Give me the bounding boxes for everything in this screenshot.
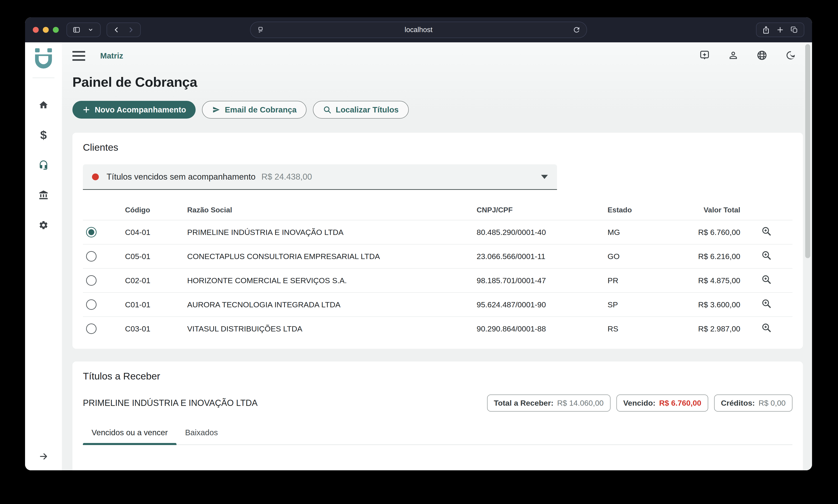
table-row[interactable]: C01-01 AURORA TECNOLOGIA INTEGRADA LTDA … bbox=[83, 292, 792, 317]
arrow-right-icon bbox=[38, 451, 49, 462]
globe-icon[interactable] bbox=[756, 50, 767, 62]
gear-icon bbox=[38, 220, 49, 230]
page-title: Painel de Cobrança bbox=[72, 74, 803, 90]
sidebar-item-home[interactable] bbox=[25, 90, 62, 120]
bank-icon bbox=[38, 190, 49, 200]
overdue-filter-select[interactable]: Títulos vencidos sem acompanhamento R$ 2… bbox=[83, 164, 557, 190]
receivables-header: PRIMELINE INDÚSTRIA E INOVAÇÃO LTDA Tota… bbox=[83, 395, 792, 412]
close-window-button[interactable] bbox=[33, 27, 39, 33]
find-titles-button[interactable]: Localizar Títulos bbox=[313, 101, 409, 119]
nav-buttons-group bbox=[107, 22, 141, 37]
feedback-sparkle-icon[interactable] bbox=[699, 50, 710, 62]
filter-amount: R$ 24.438,00 bbox=[262, 172, 312, 182]
home-icon bbox=[38, 100, 49, 110]
browser-chrome: localhost bbox=[25, 17, 812, 42]
sidebar-divider bbox=[33, 78, 54, 78]
row-radio[interactable] bbox=[86, 251, 96, 262]
headset-icon bbox=[38, 160, 49, 170]
reload-icon[interactable] bbox=[572, 25, 581, 34]
zoom-in-icon[interactable] bbox=[740, 226, 792, 238]
action-buttons: Novo Acompanhamento Email de Cobrança Lo… bbox=[72, 101, 803, 119]
header-cnpj: CNPJ/CPF bbox=[477, 206, 608, 214]
header-estado: Estado bbox=[608, 206, 696, 214]
table-row[interactable]: C02-01 HORIZONTE COMERCIAL E SERVIÇOS S.… bbox=[83, 268, 792, 292]
receivables-card: Títulos a Receber PRIMELINE INDÚSTRIA E … bbox=[72, 361, 803, 470]
app-topbar: Matriz bbox=[72, 42, 803, 69]
row-radio-selected[interactable] bbox=[86, 227, 96, 237]
clients-table: Código Razão Social CNPJ/CPF Estado Valo… bbox=[83, 200, 792, 341]
back-button[interactable] bbox=[112, 25, 121, 34]
new-tab-icon[interactable] bbox=[775, 25, 785, 34]
vertical-scrollbar[interactable] bbox=[805, 44, 810, 258]
dropdown-caret-icon bbox=[541, 175, 548, 179]
minimize-window-button[interactable] bbox=[43, 27, 49, 33]
chevron-down-icon[interactable] bbox=[86, 25, 95, 34]
tab-overview-icon[interactable] bbox=[790, 25, 799, 34]
main-content: Matriz Painel de Cobrança bbox=[62, 42, 812, 470]
user-icon[interactable] bbox=[728, 50, 739, 62]
dollar-icon: $ bbox=[40, 129, 47, 141]
header-razao-social: Razão Social bbox=[187, 206, 477, 214]
header-valor-total: Valor Total bbox=[696, 206, 740, 214]
search-icon bbox=[323, 105, 332, 114]
tab-vencidos-ou-a-vencer[interactable]: Vencidos ou a vencer bbox=[83, 422, 177, 444]
row-radio[interactable] bbox=[86, 275, 96, 286]
table-row[interactable]: C03-01 VITASUL DISTRIBUIÇÕES LTDA 90.290… bbox=[83, 317, 792, 341]
receivables-card-title: Títulos a Receber bbox=[83, 371, 792, 382]
red-status-dot bbox=[92, 174, 99, 180]
zoom-in-icon[interactable] bbox=[740, 323, 792, 335]
sidebar-toggle-group[interactable] bbox=[67, 22, 101, 37]
share-icon[interactable] bbox=[762, 25, 771, 34]
filter-label: Títulos vencidos sem acompanhamento bbox=[107, 172, 255, 182]
zoom-in-icon[interactable] bbox=[740, 274, 792, 287]
header-codigo: Código bbox=[125, 206, 187, 214]
selected-company-name: PRIMELINE INDÚSTRIA E INOVAÇÃO LTDA bbox=[83, 398, 257, 408]
sidebar-nav: $ bbox=[25, 90, 62, 240]
clients-card-title: Clientes bbox=[83, 142, 792, 153]
send-icon bbox=[212, 105, 221, 114]
branch-label[interactable]: Matriz bbox=[100, 51, 123, 60]
table-row[interactable]: C05-01 CONECTAPLUS CONSULTORIA EMPRESARI… bbox=[83, 244, 792, 268]
new-followup-button[interactable]: Novo Acompanhamento bbox=[72, 101, 196, 119]
row-radio[interactable] bbox=[86, 299, 96, 310]
row-radio[interactable] bbox=[86, 323, 96, 334]
forward-button[interactable] bbox=[126, 25, 135, 34]
sidebar-item-finance[interactable]: $ bbox=[25, 120, 62, 150]
zoom-in-icon[interactable] bbox=[740, 299, 792, 311]
browser-window: localhost bbox=[25, 17, 812, 470]
table-header-row: Código Razão Social CNPJ/CPF Estado Valo… bbox=[83, 200, 792, 220]
window-controls bbox=[33, 27, 59, 33]
receivables-tabs: Vencidos ou a vencer Baixados bbox=[83, 422, 792, 445]
url-text[interactable]: localhost bbox=[265, 26, 572, 34]
summary-chips: Total a Receber: R$ 14.060,00 Vencido: R… bbox=[487, 395, 792, 412]
sidebar-toggle-icon[interactable] bbox=[72, 25, 81, 34]
sidebar: $ bbox=[25, 42, 62, 470]
menu-button[interactable] bbox=[72, 51, 85, 61]
app-logo bbox=[35, 48, 52, 69]
sidebar-item-support[interactable] bbox=[25, 150, 62, 180]
clients-card: Clientes Títulos vencidos sem acompanham… bbox=[72, 133, 803, 349]
billing-email-button[interactable]: Email de Cobrança bbox=[202, 101, 306, 119]
zoom-window-button[interactable] bbox=[53, 27, 59, 33]
zoom-in-icon[interactable] bbox=[740, 250, 792, 263]
reader-view-icon[interactable] bbox=[256, 25, 265, 34]
credits-chip: Créditos: R$ 0,00 bbox=[714, 395, 792, 412]
plus-icon bbox=[82, 105, 91, 114]
sidebar-item-bank[interactable] bbox=[25, 180, 62, 210]
sidebar-item-settings[interactable] bbox=[25, 210, 62, 240]
topbar-icons bbox=[699, 50, 796, 62]
sidebar-expand-button[interactable] bbox=[25, 442, 62, 470]
chrome-actions-group bbox=[756, 22, 804, 37]
total-receivable-chip: Total a Receber: R$ 14.060,00 bbox=[487, 395, 610, 412]
address-bar[interactable]: localhost bbox=[250, 22, 587, 38]
app-body: $ Matriz bbox=[25, 42, 812, 470]
dark-mode-icon[interactable] bbox=[785, 50, 796, 62]
overdue-chip: Vencido: R$ 6.760,00 bbox=[617, 395, 708, 412]
table-row[interactable]: C04-01 PRIMELINE INDÚSTRIA E INOVAÇÃO LT… bbox=[83, 220, 792, 244]
tab-baixados[interactable]: Baixados bbox=[177, 422, 227, 444]
